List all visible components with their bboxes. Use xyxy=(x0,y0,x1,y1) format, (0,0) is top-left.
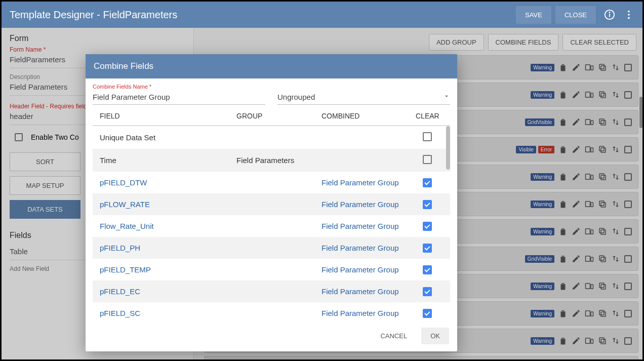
clear-checkbox[interactable] xyxy=(423,265,432,274)
col-field: FIELD xyxy=(100,112,236,120)
clear-checkbox[interactable] xyxy=(423,287,432,296)
combine-combined: Field Parameter Group xyxy=(321,178,416,187)
combine-field: Flow_Rate_Unit xyxy=(100,222,236,230)
combine-combined: Field Parameter Group xyxy=(321,200,416,209)
group-select[interactable]: Ungrouped xyxy=(277,91,450,105)
combine-field: pFIELD_EC xyxy=(100,287,236,296)
combine-field: pFIELD_TEMP xyxy=(100,265,236,274)
clear-checkbox[interactable] xyxy=(423,222,432,231)
combine-field: pFIELD_SC xyxy=(100,309,236,317)
svg-point-4 xyxy=(628,14,630,16)
combine-field: pFIELD_DTW xyxy=(100,178,236,187)
combine-row: TimeField Parameters xyxy=(93,149,450,172)
clear-checkbox[interactable] xyxy=(423,155,432,164)
svg-point-2 xyxy=(609,12,610,13)
modal-title: Combine Fields xyxy=(86,54,457,78)
combine-row: pFLOW_RATEField Parameter Group xyxy=(93,193,450,215)
col-clear: CLEAR xyxy=(416,112,445,120)
combine-field: pFLOW_RATE xyxy=(100,200,236,209)
combine-field: Time xyxy=(100,156,236,165)
info-icon[interactable] xyxy=(604,9,615,20)
clear-checkbox[interactable] xyxy=(423,178,432,187)
col-combined: COMBINED xyxy=(321,112,416,120)
svg-point-5 xyxy=(628,17,630,19)
col-group: GROUP xyxy=(236,112,321,120)
page-title: Template Designer - FieldParameters xyxy=(10,9,512,21)
combine-fields-dialog: Combine Fields Combine Fields Name * Ung… xyxy=(86,54,457,351)
combine-combined: Field Parameter Group xyxy=(321,265,416,274)
cancel-button[interactable]: CANCEL xyxy=(371,328,416,344)
group-select-value: Ungrouped xyxy=(277,93,315,101)
more-vert-icon[interactable] xyxy=(623,9,634,20)
save-button[interactable]: SAVE xyxy=(516,6,551,24)
combine-row: Unique Data Set xyxy=(93,126,450,149)
combine-combined: Field Parameter Group xyxy=(321,287,416,296)
close-button[interactable]: CLOSE xyxy=(555,6,596,24)
combine-row: pFIELD_TEMPField Parameter Group xyxy=(93,259,450,280)
combine-row: Flow_Rate_UnitField Parameter Group xyxy=(93,215,450,237)
combine-name-input[interactable] xyxy=(93,91,265,105)
combine-row: pFIELD_SCField Parameter Group xyxy=(93,302,450,323)
clear-checkbox[interactable] xyxy=(423,132,432,141)
modal-scrollbar[interactable] xyxy=(446,126,450,170)
combine-field: pFIELD_PH xyxy=(100,244,236,252)
combine-combined: Field Parameter Group xyxy=(321,309,416,317)
combine-row: pFIELD_DTWField Parameter Group xyxy=(93,172,450,193)
combine-combined: Field Parameter Group xyxy=(321,244,416,252)
clear-checkbox[interactable] xyxy=(423,309,432,318)
clear-checkbox[interactable] xyxy=(423,200,432,209)
combine-combined: Field Parameter Group xyxy=(321,222,416,230)
combine-group: Field Parameters xyxy=(236,156,321,165)
clear-checkbox[interactable] xyxy=(423,244,432,253)
ok-button[interactable]: OK xyxy=(421,328,449,344)
combine-name-label: Combine Fields Name * xyxy=(93,84,450,90)
combine-row: pFIELD_ECField Parameter Group xyxy=(93,280,450,302)
chevron-down-icon xyxy=(443,93,450,101)
combine-row: pFIELD_PHField Parameter Group xyxy=(93,237,450,259)
combine-field: Unique Data Set xyxy=(100,133,236,142)
svg-point-3 xyxy=(628,11,630,13)
app-header: Template Designer - FieldParameters SAVE… xyxy=(2,2,642,28)
